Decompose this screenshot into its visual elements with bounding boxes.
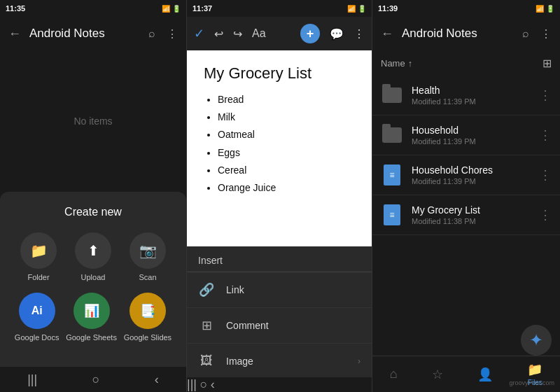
fab-plus-icon: ✦ bbox=[529, 330, 543, 350]
status-time-2: 11:37 bbox=[192, 4, 212, 13]
more-icon-1[interactable]: ⋮ bbox=[167, 27, 178, 41]
link-label: Link bbox=[226, 284, 360, 295]
comment-menu-icon: ⊞ bbox=[198, 318, 215, 333]
top-bar-1: ← Android Notes ⌕ ⋮ bbox=[0, 17, 186, 50]
menu-item-link[interactable]: 🔗 Link bbox=[187, 272, 372, 308]
home-nav-icon: ⌂ bbox=[390, 367, 398, 382]
document-area[interactable]: My Grocery List Bread Milk Oatmeal Eggs … bbox=[187, 50, 372, 246]
nav-bar-1: ||| ○ ‹ bbox=[0, 367, 186, 392]
comment-label: Comment bbox=[226, 320, 360, 331]
nav-shared-tab[interactable]: 👤 bbox=[477, 367, 493, 382]
file-meta-health: Modified 11:39 PM bbox=[412, 97, 531, 106]
file-item-grocery-list[interactable]: ≡ My Grocery List Modified 11:38 PM ⋮ bbox=[372, 195, 560, 235]
folder-icon-health bbox=[381, 84, 403, 106]
panel-create-new: 11:35 📶 🔋 ← Android Notes ⌕ ⋮ No items C… bbox=[0, 0, 186, 392]
nav-back-2[interactable]: ‹ bbox=[211, 377, 215, 391]
bottom-nav-3: ⌂ ☆ 👤 📁 Files bbox=[372, 356, 560, 392]
create-google-slides[interactable]: 📑 Google Slides bbox=[124, 293, 172, 342]
doc-list: Bread Milk Oatmeal Eggs Cereal Orange Ju… bbox=[204, 91, 355, 197]
insert-button[interactable]: + bbox=[300, 24, 320, 43]
folder-circle-icon: 📁 bbox=[20, 232, 57, 269]
empty-state-1: No items bbox=[0, 50, 186, 192]
insert-menu-title: Insert bbox=[187, 246, 372, 272]
panel-files: 11:39 📶 🔋 ← Android Notes ⌕ ⋮ Name ↑ ⊞ H… bbox=[372, 0, 560, 392]
status-bar-3: 11:39 📶 🔋 bbox=[372, 0, 560, 17]
file-item-household[interactable]: Household Modified 11:39 PM ⋮ bbox=[372, 115, 560, 155]
nav-menu-1[interactable]: ||| bbox=[27, 372, 37, 387]
menu-item-image[interactable]: 🖼 Image › bbox=[187, 344, 372, 377]
doc-icon-household-chores: ≡ bbox=[381, 164, 403, 186]
file-item-household-chores[interactable]: ≡ Household Chores Modified 11:39 PM ⋮ bbox=[372, 155, 560, 195]
status-time-1: 11:35 bbox=[6, 4, 25, 13]
file-meta-household: Modified 11:39 PM bbox=[412, 137, 531, 146]
nav-home-2[interactable]: ○ bbox=[200, 377, 207, 391]
nav-bar-2: ||| ○ ‹ bbox=[187, 377, 372, 392]
create-scan[interactable]: 📷 Scan bbox=[130, 232, 166, 281]
chevron-right-icon: › bbox=[358, 356, 360, 366]
insert-menu: Insert 🔗 Link ⊞ Comment 🖼 Image › ⊞ Tabl… bbox=[187, 246, 372, 377]
grid-view-icon[interactable]: ⊞ bbox=[542, 57, 552, 70]
search-icon-1[interactable]: ⌕ bbox=[148, 27, 155, 41]
status-icons-3: 📶 🔋 bbox=[536, 5, 554, 13]
file-info-grocery-list: My Grocery List Modified 11:38 PM bbox=[412, 204, 531, 225]
menu-item-comment[interactable]: ⊞ Comment bbox=[187, 308, 372, 344]
top-bar-3: ← Android Notes ⌕ ⋮ bbox=[372, 17, 560, 50]
list-item: Oatmeal bbox=[218, 126, 355, 144]
sort-label[interactable]: Name ↑ bbox=[381, 58, 412, 69]
panel-editor: 11:37 📶 🔋 ✓ ↩ ↪ Aa + 💬 ⋮ My Grocery List… bbox=[186, 0, 372, 392]
back-button-1[interactable]: ← bbox=[8, 27, 21, 41]
search-icon-3[interactable]: ⌕ bbox=[522, 27, 529, 41]
toolbar-icons: ↩ ↪ Aa bbox=[214, 27, 290, 41]
top-bar-icons-3: ⌕ ⋮ bbox=[522, 27, 552, 41]
plus-icon: + bbox=[307, 27, 314, 41]
image-label: Image bbox=[226, 356, 346, 367]
create-icons-row-2: Ai Google Docs 📊 Google Sheets 📑 Google … bbox=[11, 293, 175, 342]
editor-toolbar: ✓ ↩ ↪ Aa + 💬 ⋮ bbox=[187, 17, 372, 50]
screen-title-3: Android Notes bbox=[402, 27, 514, 41]
screen-title-1: Android Notes bbox=[29, 27, 140, 41]
doc-icon-grocery-list: ≡ bbox=[381, 204, 403, 226]
status-icons-1: 📶 🔋 bbox=[162, 5, 181, 13]
sort-name: Name bbox=[381, 58, 405, 69]
create-google-sheets[interactable]: 📊 Google Sheets bbox=[66, 293, 117, 342]
file-more-household-chores[interactable]: ⋮ bbox=[539, 167, 552, 183]
create-google-docs[interactable]: Ai Google Docs bbox=[15, 293, 59, 342]
nav-back-1[interactable]: ‹ bbox=[155, 372, 159, 387]
file-more-household[interactable]: ⋮ bbox=[539, 127, 552, 143]
file-item-health[interactable]: Health Modified 11:39 PM ⋮ bbox=[372, 76, 560, 115]
sheet-title: Create new bbox=[11, 206, 175, 218]
nav-home-1[interactable]: ○ bbox=[92, 372, 100, 387]
upload-circle-icon: ⬆ bbox=[75, 232, 111, 269]
nav-menu-2[interactable]: ||| bbox=[187, 377, 197, 391]
googleslides-label: Google Slides bbox=[124, 333, 172, 342]
list-item: Orange Juice bbox=[218, 179, 355, 197]
check-icon[interactable]: ✓ bbox=[194, 26, 204, 41]
file-more-grocery-list[interactable]: ⋮ bbox=[539, 207, 552, 223]
undo-icon[interactable]: ↩ bbox=[214, 27, 223, 41]
comment-icon[interactable]: 💬 bbox=[330, 27, 344, 41]
shared-nav-icon: 👤 bbox=[477, 367, 493, 382]
more-icon-2[interactable]: ⋮ bbox=[354, 27, 365, 41]
create-folder[interactable]: 📁 Folder bbox=[20, 232, 57, 281]
scan-circle-icon: 📷 bbox=[130, 232, 166, 269]
scan-label: Scan bbox=[139, 273, 156, 281]
status-bar-1: 11:35 📶 🔋 bbox=[0, 0, 186, 17]
sort-bar: Name ↑ ⊞ bbox=[372, 50, 560, 76]
googledocs-label: Google Docs bbox=[15, 333, 59, 342]
more-icon-3[interactable]: ⋮ bbox=[540, 27, 552, 41]
format-icon[interactable]: Aa bbox=[252, 27, 266, 41]
sort-arrow: ↑ bbox=[408, 58, 413, 69]
back-button-3[interactable]: ← bbox=[381, 27, 393, 41]
file-name-household: Household bbox=[412, 125, 531, 136]
doc-title: My Grocery List bbox=[204, 64, 355, 83]
redo-icon[interactable]: ↪ bbox=[233, 27, 242, 41]
nav-home-tab[interactable]: ⌂ bbox=[390, 367, 398, 382]
empty-label: No items bbox=[74, 115, 112, 127]
nav-star-tab[interactable]: ☆ bbox=[432, 367, 443, 382]
fab-button[interactable]: ✦ bbox=[521, 325, 552, 356]
file-meta-grocery-list: Modified 11:38 PM bbox=[412, 217, 531, 225]
create-upload[interactable]: ⬆ Upload bbox=[75, 232, 111, 281]
file-more-health[interactable]: ⋮ bbox=[539, 88, 552, 103]
status-icons-2: 📶 🔋 bbox=[347, 5, 366, 13]
file-name-household-chores: Household Chores bbox=[412, 164, 531, 176]
